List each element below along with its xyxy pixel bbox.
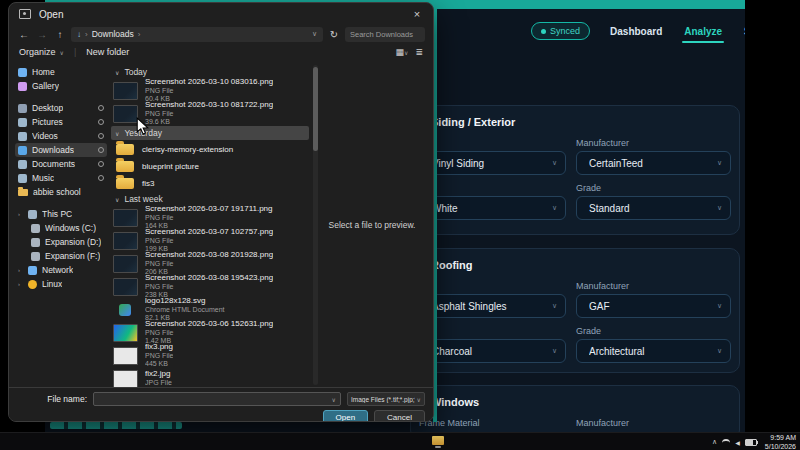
expand-chevron-icon[interactable]: › [18, 267, 23, 273]
file-group-header-today[interactable]: ∨Today [111, 66, 309, 78]
taskbar-app-icon[interactable] [432, 436, 444, 445]
select-standard[interactable]: Standard∨ [576, 196, 731, 220]
scrollbar-thumb[interactable] [313, 67, 318, 151]
chevron-down-icon: ∨ [115, 130, 119, 137]
sidebar-item-home[interactable]: Home [15, 65, 107, 79]
form-row: Vinyl Siding∨ManufacturerCertainTeed∨ [419, 138, 729, 175]
section-title: Siding / Exterior [431, 116, 729, 128]
address-dropdown-icon[interactable]: ∨ [312, 30, 317, 38]
sidebar-item-linux[interactable]: ›Linux [15, 277, 107, 291]
up-icon[interactable]: ↑ [53, 29, 67, 40]
select-white[interactable]: White∨ [419, 196, 566, 220]
section-title: Windows [431, 396, 729, 408]
select-architectural[interactable]: Architectural∨ [576, 339, 731, 363]
open-button[interactable]: Open [323, 410, 369, 422]
file-name-combobox[interactable]: ∨ [93, 392, 341, 406]
field-label [419, 138, 566, 151]
expand-chevron-icon[interactable]: › [18, 281, 23, 287]
sidebar-item-expansion-d[interactable]: Expansion (D:) [15, 235, 107, 249]
taskbar-clock[interactable]: 9:59 AM 5/10/2026 [765, 433, 796, 450]
tray-chevron-icon[interactable]: ∧ [712, 438, 717, 446]
folder-item-fis3[interactable]: fis3 [109, 176, 311, 191]
refresh-icon[interactable]: ↻ [327, 29, 341, 40]
chevron-down-icon: ∨ [717, 347, 722, 355]
tab-analyze[interactable]: Analyze [678, 23, 728, 40]
new-folder-label: New folder [86, 47, 129, 57]
select-vinyl-siding[interactable]: Vinyl Siding∨ [419, 151, 566, 175]
file-item-screenshot-2026-03-10-083016-png[interactable]: Screenshot 2026-03-10 083016.pngPNG File… [109, 79, 311, 102]
select-gaf[interactable]: GAF∨ [576, 294, 731, 318]
folder-item-blueprint-picture[interactable]: blueprint picture [109, 159, 311, 174]
folder-name: fis3 [142, 179, 154, 188]
form-cell-right: GradeArchitectural∨ [576, 326, 731, 363]
file-item-screenshot-2026-03-07-191711-png[interactable]: Screenshot 2026-03-07 191711.pngPNG File… [109, 206, 311, 229]
file-group-header-last-week[interactable]: ∨Last week [111, 193, 309, 205]
select-certainteed[interactable]: CertainTeed∨ [576, 151, 731, 175]
field-label: Manufacturer [576, 418, 731, 431]
downloads-location-icon: ↓ [77, 30, 81, 39]
sidebar-item-label: Desktop [32, 103, 63, 113]
chevron-down-icon[interactable]: ∨ [332, 396, 336, 403]
select-charcoal[interactable]: Charcoal∨ [419, 339, 566, 363]
network-icon [28, 266, 37, 275]
battery-icon[interactable] [745, 439, 757, 446]
breadcrumb[interactable]: Downloads [92, 29, 134, 39]
cancel-button[interactable]: Cancel [374, 410, 425, 422]
tab-settings[interactable]: Settings [738, 23, 745, 40]
file-item-screenshot-2026-03-08-195423-png[interactable]: Screenshot 2026-03-08 195423.pngPNG File… [109, 275, 311, 298]
computer-icon [28, 210, 37, 219]
file-item-fix3-png[interactable]: fix3.pngPNG File445 KB [109, 344, 311, 367]
volume-icon[interactable]: ◀ [735, 439, 740, 446]
chevron-down-icon: ∨ [417, 396, 421, 403]
file-item-screenshot-2026-03-07-102757-png[interactable]: Screenshot 2026-03-07 102757.pngPNG File… [109, 229, 311, 252]
sidebar-item-windows-c[interactable]: Windows (C:) [15, 221, 107, 235]
form-row: Frame MaterialManufacturer [419, 418, 729, 431]
sidebar-item-network[interactable]: ›Network [15, 263, 107, 277]
sidebar-item-abbie-school[interactable]: abbie school [15, 185, 107, 199]
file-name: fix3.png [145, 343, 173, 352]
file-text: fix3.pngPNG File445 KB [145, 343, 173, 367]
music-icon [18, 174, 27, 183]
sidebar-item-pictures[interactable]: Pictures [15, 115, 107, 129]
address-bar[interactable]: ↓ › Downloads › ∨ [71, 27, 323, 42]
folder-icon [18, 189, 28, 196]
folder-item-clerisy-memory-extension[interactable]: clerisy-memory-extension [109, 142, 311, 157]
file-thumbnail [113, 370, 138, 388]
home-icon [18, 68, 27, 77]
file-type: PNG File [145, 87, 273, 95]
file-item-fix2-jpg[interactable]: fix2.jpgJPG File [109, 367, 311, 387]
open-dialog: Open × ← → ↑ ↓ › Downloads › ∨ ↻ Organiz… [8, 2, 434, 422]
file-item-screenshot-2026-03-06-152631-png[interactable]: Screenshot 2026-03-06 152631.pngPNG File… [109, 321, 311, 344]
expand-chevron-icon[interactable]: › [18, 211, 23, 217]
organize-button[interactable]: Organize ∨ [19, 47, 64, 57]
file-item-logo128x128-svg[interactable]: logo128x128.svgChrome HTML Document82.1 … [109, 298, 311, 321]
tab-dashboard[interactable]: Dashboard [604, 23, 668, 40]
forward-icon[interactable]: → [35, 29, 49, 40]
wifi-icon[interactable] [722, 439, 730, 446]
details-pane-icon[interactable]: ≣ [415, 47, 423, 57]
file-type-select[interactable]: Image Files (*.tif;*.pjp;*.j ∨ [347, 392, 425, 406]
organize-label: Organize [19, 47, 56, 57]
sidebar-item-music[interactable]: Music [15, 171, 107, 185]
sidebar-item-expansion-f[interactable]: Expansion (F:) [15, 249, 107, 263]
sidebar-item-videos[interactable]: Videos [15, 129, 107, 143]
file-name-input[interactable] [98, 394, 332, 405]
dialog-titlebar[interactable]: Open × [9, 3, 433, 25]
sidebar-item-desktop[interactable]: Desktop [15, 101, 107, 115]
dialog-body: HomeGalleryDesktopPicturesVideosDownload… [9, 63, 433, 387]
sidebar-item-label: Linux [42, 279, 62, 289]
sidebar-item-gallery[interactable]: Gallery [15, 79, 107, 93]
sidebar-item-this-pc[interactable]: ›This PC [15, 207, 107, 221]
new-folder-button[interactable]: New folder [86, 47, 129, 57]
file-item-screenshot-2026-03-08-201928-png[interactable]: Screenshot 2026-03-08 201928.pngPNG File… [109, 252, 311, 275]
dialog-toolbar: Organize ∨ | New folder ▦∨ ≣ [9, 43, 433, 61]
sidebar-item-downloads[interactable]: Downloads [15, 143, 107, 157]
select-asphalt-shingles[interactable]: Asphalt Shingles∨ [419, 294, 566, 318]
view-mode-icon[interactable]: ▦∨ [396, 47, 409, 57]
sidebar-item-documents[interactable]: Documents [15, 157, 107, 171]
preview-text: Select a file to preview. [329, 220, 416, 230]
back-icon[interactable]: ← [17, 29, 31, 40]
chevron-down-icon: ∨ [717, 159, 722, 167]
close-icon[interactable]: × [401, 3, 433, 25]
search-input[interactable] [345, 27, 425, 42]
